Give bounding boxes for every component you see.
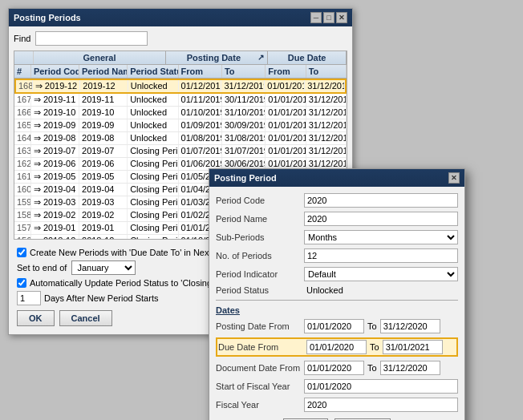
due-date-row: Due Date From To <box>216 337 458 357</box>
auto-update-checkbox[interactable] <box>17 278 26 288</box>
cell-from1: 01/08/2019 <box>179 132 222 144</box>
start-fiscal-year-label: Start of Fiscal Year <box>216 382 304 391</box>
cell-period-name: 2019-07 <box>79 145 128 157</box>
cell-to2: 31/12/2019 <box>306 94 347 106</box>
cell-period-code: ⇒ 2019-01 <box>31 222 79 234</box>
cell-period-status: Closing Period <box>128 171 178 183</box>
table-row[interactable]: 164⇒ 2019-082019-08Unlocked01/08/201931/… <box>14 132 347 145</box>
title-bar-controls: ─ □ ✕ <box>310 12 347 23</box>
cell-period-name: 2019-09 <box>79 119 128 131</box>
fiscal-year-input[interactable] <box>304 398 458 412</box>
group-header-due-date: Due Date <box>268 51 347 64</box>
cell-period-code: ⇒ 2019-07 <box>31 145 79 157</box>
cell-from2: 01/01/2019 <box>266 119 306 131</box>
cell-period-code: ⇒ 2019-04 <box>31 184 79 196</box>
due-date-from-label: Due Date From <box>218 342 306 352</box>
posting-date-row: Posting Date From To <box>216 319 458 333</box>
popup-title-bar: Posting Period ✕ <box>209 169 464 187</box>
cell-to2: 31/12/2019 <box>306 119 347 131</box>
document-date-row: Document Date From To <box>216 361 458 375</box>
document-date-to-label: To <box>367 363 377 373</box>
cell-period-status: Closing Period <box>128 209 178 221</box>
sub-periods-row: Sub-Periods Months Weeks Days <box>216 230 458 244</box>
table-row[interactable]: 165⇒ 2019-092019-09Unlocked01/09/201930/… <box>14 119 347 132</box>
group-header-posting-date: Posting Date ↗ <box>166 51 268 64</box>
cell-period-name: 2019-10 <box>79 107 128 119</box>
document-date-from-input[interactable] <box>304 361 364 375</box>
popup-close-button[interactable]: ✕ <box>448 172 460 184</box>
cell-period-code: ⇒ 2019-03 <box>31 196 79 208</box>
cell-period-code: ⇒ 2019-10 <box>31 107 79 119</box>
main-window-title: Posting Periods <box>14 13 81 22</box>
dates-divider <box>216 300 458 301</box>
posting-date-from-input[interactable] <box>304 319 364 333</box>
cell-period-status: Unlocked <box>128 119 178 131</box>
start-fiscal-year-input[interactable] <box>304 379 458 394</box>
cell-to1: 31/10/2019 <box>222 107 266 119</box>
no-of-periods-row: No. of Periods <box>216 248 458 263</box>
popup-window-title: Posting Period <box>214 173 277 183</box>
table-row[interactable]: 166⇒ 2019-102019-10Unlocked01/10/201931/… <box>14 107 347 119</box>
table-row[interactable]: 163⇒ 2019-072019-07Closing Period01/07/2… <box>14 145 347 158</box>
cell-from2: 01/01/2019 <box>266 145 306 157</box>
expand-icon[interactable]: ↗ <box>257 53 264 62</box>
cell-period-code: ⇒ 2019-11 <box>31 94 79 106</box>
month-select[interactable]: January February March April May June Ju… <box>71 260 136 275</box>
cell-to1: 30/11/2019 <box>222 94 266 106</box>
cell-to1: 31/12/2019 <box>221 80 265 92</box>
period-name-input[interactable] <box>304 212 458 226</box>
ok-button[interactable]: OK <box>17 310 55 326</box>
period-code-row: Period Code <box>216 193 458 208</box>
cell-period-name: 2019-03 <box>79 196 128 208</box>
period-indicator-label: Period Indicator <box>216 269 304 279</box>
find-input[interactable] <box>35 31 148 46</box>
cell-hash: 163 <box>14 145 31 157</box>
cell-period-name: 2019-02 <box>79 209 128 221</box>
cell-to1: 31/07/2019 <box>222 145 266 157</box>
cell-period-name: 2018-12 <box>79 235 128 239</box>
cell-period-code: ⇒ 2019-05 <box>31 171 79 183</box>
cell-hash: 157 <box>14 222 31 234</box>
sub-periods-select[interactable]: Months Weeks Days <box>304 230 458 244</box>
cell-period-name: 2019-06 <box>79 158 128 170</box>
minimize-button[interactable]: ─ <box>310 12 322 23</box>
cell-period-code: ⇒ 2019-08 <box>31 132 79 144</box>
cell-hash: 162 <box>14 158 31 170</box>
popup-content: Period Code Period Name Sub-Periods Mont… <box>209 187 464 420</box>
close-button[interactable]: ✕ <box>336 12 347 23</box>
table-row[interactable]: 168⇒ 2019-122019-12Unlocked01/12/201931/… <box>14 79 347 94</box>
cell-hash: 160 <box>14 184 31 196</box>
cell-period-status: Unlocked <box>128 132 178 144</box>
cell-period-code: ⇒ 2019-06 <box>31 158 79 170</box>
period-indicator-select[interactable]: Default <box>304 267 458 281</box>
period-code-input[interactable] <box>304 193 458 208</box>
find-row: Find <box>14 31 347 46</box>
days-input[interactable] <box>17 291 41 305</box>
cell-to1: 30/09/2019 <box>222 119 266 131</box>
th-period-code[interactable]: Period Code ▼ <box>31 65 79 78</box>
no-of-periods-input[interactable] <box>304 248 458 263</box>
no-of-periods-label: No. of Periods <box>216 251 304 260</box>
cell-from2: 01/01/2019 <box>266 94 306 106</box>
document-date-to-input[interactable] <box>380 361 440 375</box>
cell-period-code: ⇒ 2018-12 <box>31 235 79 239</box>
cell-hash: 167 <box>14 94 31 106</box>
th-period-status: Period Status <box>128 65 178 78</box>
cell-period-status: Closing Period <box>128 184 178 196</box>
cancel-button[interactable]: Cancel <box>59 310 112 326</box>
cell-period-status: Closing Period <box>128 196 178 208</box>
due-date-from-input[interactable] <box>306 340 367 354</box>
period-status-value: Unlocked <box>304 285 458 295</box>
due-date-to-input[interactable] <box>383 340 443 354</box>
posting-date-to-input[interactable] <box>380 319 440 333</box>
period-code-label: Period Code <box>216 196 304 205</box>
posting-date-to-label: To <box>367 321 377 331</box>
col-header-hash <box>14 51 34 64</box>
cell-period-name: 2019-12 <box>80 80 128 92</box>
sub-periods-label: Sub-Periods <box>216 232 304 242</box>
cell-hash: 164 <box>14 132 31 144</box>
table-row[interactable]: 167⇒ 2019-112019-11Unlocked01/11/201930/… <box>14 94 347 107</box>
create-new-periods-checkbox[interactable] <box>17 248 26 257</box>
cell-from1: 01/07/2019 <box>179 145 222 157</box>
maximize-button[interactable]: □ <box>323 12 334 23</box>
